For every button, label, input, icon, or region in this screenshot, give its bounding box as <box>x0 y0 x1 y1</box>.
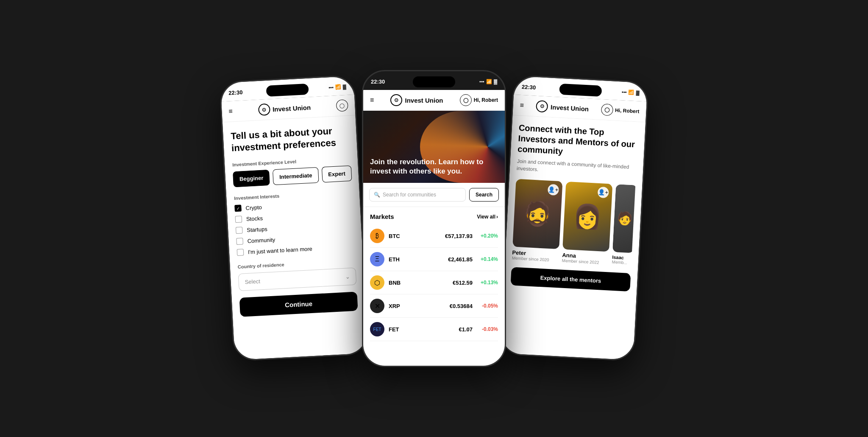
screen-1: ≡ ⊙ Invest Union ◯ Tell us a bit about y… <box>221 95 367 360</box>
nav-logo-3: ⊙ Invest Union <box>536 100 589 115</box>
status-icons-2: ▪▪▪ 📶 ▓ <box>479 79 497 84</box>
mentors-subtitle: Join and connect with a community of lik… <box>517 158 637 178</box>
phone-2-markets: 22:30 ▪▪▪ 📶 ▓ ≡ ⊙ Invest Union ◯ Hi, Rob… <box>362 70 506 367</box>
checkbox-startups[interactable] <box>236 227 243 234</box>
wifi-icon-3: 📶 <box>628 90 634 95</box>
dynamic-island-3 <box>559 84 602 97</box>
battery-icon-2: ▓ <box>494 79 497 84</box>
mentors-grid: 🧔 👤+ Peter Member since 2020 👩 👤+ Anna <box>512 179 636 266</box>
nav-bar-2: ≡ ⊙ Invest Union ◯ Hi, Robert <box>363 90 505 111</box>
level-intermediate[interactable]: Intermediate <box>273 167 319 185</box>
status-icons-3: ▪▪▪ 📶 ▓ <box>622 89 640 95</box>
coin-icon-fet: FET <box>370 322 384 336</box>
coin-icon-xrp: ✕ <box>370 299 384 313</box>
mentor-since-isaac: Memb... <box>612 259 632 265</box>
coin-change-eth: +0.14% <box>477 256 498 262</box>
wifi-icon-2: 📶 <box>486 79 492 84</box>
coin-price-xrp: €0.53684 <box>450 303 473 309</box>
hamburger-icon-2[interactable]: ≡ <box>370 96 374 104</box>
interest-community[interactable]: Community <box>236 232 354 245</box>
level-expert[interactable]: Expert <box>321 165 352 183</box>
user-avatar-3[interactable]: ◯ <box>601 104 613 116</box>
prefs-content: Tell us a bit about your investment pref… <box>223 115 366 326</box>
interest-stocks[interactable]: Stocks <box>235 210 353 223</box>
mentors-title: Connect with the Top Investors and Mento… <box>517 123 639 161</box>
coin-change-xrp: -0.05% <box>477 303 498 309</box>
hamburger-icon-1[interactable]: ≡ <box>228 107 233 115</box>
battery-icon-1: ▓ <box>343 84 347 89</box>
coin-name-btc: BTC <box>389 233 400 239</box>
checkbox-crypto[interactable]: ✓ <box>234 204 242 212</box>
search-input-wrap[interactable]: 🔍 Search for communities <box>369 188 466 202</box>
coin-price-bnb: €512.59 <box>453 280 473 286</box>
level-beginner[interactable]: Begginer <box>233 170 270 187</box>
market-row-xrp[interactable]: ✕ XRP €0.53684 -0.05% <box>370 294 498 318</box>
mentor-anna-wrapper: 👩 👤+ Anna Member since 2022 <box>562 181 612 265</box>
interest-startups[interactable]: Startups <box>236 221 353 234</box>
hero-banner: Join the revolution. Learn how to invest… <box>363 111 505 183</box>
coin-name-xrp: XRP <box>389 303 400 309</box>
coin-price-eth: €2,461.85 <box>448 256 473 263</box>
coin-name-bnb: BNB <box>389 280 401 286</box>
coin-change-fet: -0.03% <box>477 326 498 332</box>
mentor-card-peter[interactable]: 🧔 👤+ <box>512 179 562 249</box>
checkbox-stocks[interactable] <box>235 216 242 223</box>
continue-button[interactable]: Continue <box>239 291 358 317</box>
user-avatar-2[interactable]: ◯ <box>460 94 472 106</box>
view-all-button[interactable]: View all › <box>477 214 498 220</box>
coin-icon-btc: ₿ <box>370 229 384 243</box>
checkbox-group: ✓ Crypto Stocks Startups Community <box>234 199 355 256</box>
markets-title: Markets <box>370 213 394 220</box>
mentors-content: Connect with the Top Investors and Mento… <box>500 115 645 360</box>
interest-crypto[interactable]: ✓ Crypto <box>234 199 352 212</box>
interest-learn[interactable]: I'm just want to learn more <box>237 243 355 256</box>
phone-3-mentors: 22:30 ▪▪▪ 📶 ▓ ≡ ⊙ Invest Union ◯ Hi, Rob… <box>499 75 649 361</box>
search-icon: 🔍 <box>374 192 380 198</box>
status-time-2: 22:30 <box>371 78 385 85</box>
coin-name-fet: FET <box>389 326 399 333</box>
screen-3: ≡ ⊙ Invest Union ◯ Hi, Robert Connect wi… <box>500 95 646 360</box>
signal-icon-2: ▪▪▪ <box>479 79 484 84</box>
market-row-btc[interactable]: ₿ BTC €57,137.93 +0.20% <box>370 224 498 248</box>
coin-price-fet: €1.07 <box>459 326 473 333</box>
status-time-3: 22:30 <box>522 84 536 91</box>
market-row-fet[interactable]: FET FET €1.07 -0.03% <box>370 318 498 341</box>
signal-icon-3: ▪▪▪ <box>622 89 627 95</box>
chevron-right-icon: › <box>496 214 498 220</box>
search-placeholder: Search for communities <box>383 192 436 198</box>
mentor-card-anna[interactable]: 👩 👤+ <box>562 181 612 252</box>
signal-icon-1: ▪▪▪ <box>328 85 334 90</box>
checkbox-learn[interactable] <box>237 249 244 256</box>
coin-price-btc: €57,137.93 <box>445 233 473 239</box>
dynamic-island-2 <box>413 76 455 87</box>
hamburger-icon-3[interactable]: ≡ <box>520 101 524 109</box>
logo-icon-2: ⊙ <box>390 94 402 106</box>
coin-icon-bnb: ⬡ <box>370 275 384 290</box>
status-icons-1: ▪▪▪ 📶 ▓ <box>328 84 346 90</box>
search-button[interactable]: Search <box>469 188 499 202</box>
mentor-card-isaac[interactable]: 🧑 <box>612 184 635 253</box>
mentor-isaac-wrapper: 🧑 Isaac Memb... <box>612 184 635 266</box>
hi-robert-2: ◯ Hi, Robert <box>460 94 498 106</box>
dynamic-island-1 <box>266 84 309 97</box>
nav-logo-2: ⊙ Invest Union <box>390 94 443 106</box>
chevron-down-icon: ⌄ <box>345 273 350 280</box>
screen-2: ≡ ⊙ Invest Union ◯ Hi, Robert Join the r… <box>363 90 505 366</box>
checkbox-community[interactable] <box>236 238 243 245</box>
coin-icon-eth: Ξ <box>370 252 384 266</box>
market-row-eth[interactable]: Ξ ETH €2,461.85 +0.14% <box>370 248 498 271</box>
logo-icon-3: ⊙ <box>536 100 548 112</box>
hi-robert-3: ◯ Hi, Robert <box>601 104 640 118</box>
prefs-title: Tell us a bit about your investment pref… <box>231 124 349 154</box>
mentor-photo-isaac: 🧑 <box>612 184 635 253</box>
explore-mentors-button[interactable]: Explore all the mentors <box>511 267 631 291</box>
country-select[interactable]: Select ⌄ <box>238 268 357 291</box>
nav-logo-1: ⊙ Invest Union <box>258 101 311 116</box>
experience-label: Investment Experience Level <box>232 156 350 168</box>
user-icon-1[interactable]: ◯ <box>336 99 348 112</box>
hero-text: Join the revolution. Learn how to invest… <box>370 157 498 176</box>
country-label: Country of residence <box>238 258 356 270</box>
markets-section: Markets View all › ₿ BTC €57,137.93 +0.2… <box>363 207 505 341</box>
search-bar: 🔍 Search for communities Search <box>363 183 505 207</box>
market-row-bnb[interactable]: ⬡ BNB €512.59 +0.13% <box>370 271 498 294</box>
